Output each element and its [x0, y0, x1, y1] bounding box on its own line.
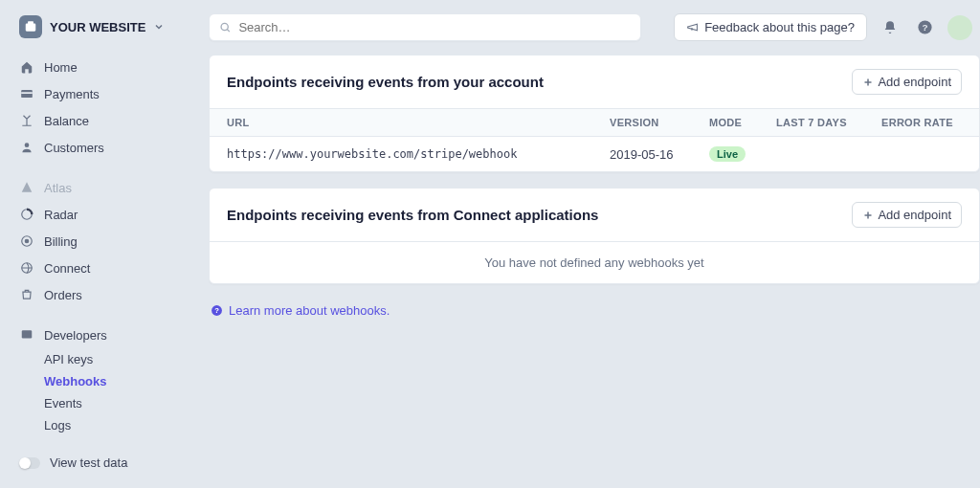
endpoint-url: https://www.yourwebsite.com/stripe/webho…: [227, 147, 610, 161]
svg-point-11: [221, 23, 228, 30]
chevron-down-icon: [153, 21, 165, 33]
nav-radar[interactable]: Radar: [0, 201, 209, 228]
balance-icon: [19, 113, 34, 128]
table-header: URL VERSION MODE LAST 7 DAYS ERROR RATE: [210, 108, 979, 137]
add-endpoint-label: Add endpoint: [878, 208, 951, 222]
endpoint-version: 2019-05-16: [610, 147, 709, 162]
nav-label: Developers: [44, 328, 107, 343]
svg-rect-1: [28, 21, 33, 24]
live-badge: Live: [709, 146, 746, 162]
developers-icon: [19, 327, 34, 343]
nav-label: Home: [44, 60, 78, 75]
brand-icon: [19, 15, 42, 38]
add-endpoint-label: Add endpoint: [878, 75, 951, 89]
nav-label: Orders: [44, 288, 82, 302]
plus-icon: [862, 210, 874, 221]
account-endpoints-title: Endpoints receiving events from your acc…: [227, 74, 544, 90]
nav-webhooks[interactable]: Webhooks: [0, 370, 209, 392]
megaphone-icon: [686, 21, 699, 33]
search-icon: [219, 21, 231, 33]
svg-line-12: [227, 30, 230, 33]
feedback-button[interactable]: Feedback about this page?: [674, 13, 867, 41]
nav-home[interactable]: Home: [0, 54, 209, 80]
orders-icon: [19, 287, 34, 302]
nav-customers[interactable]: Customers: [0, 134, 209, 161]
learn-more-label: Learn more about webhooks.: [229, 303, 390, 318]
notifications-button[interactable]: [879, 16, 902, 39]
add-endpoint-button[interactable]: Add endpoint: [852, 202, 962, 228]
toggle-icon: [19, 457, 40, 469]
nav-label: Radar: [44, 208, 78, 222]
search-input[interactable]: [238, 20, 631, 34]
nav-orders[interactable]: Orders: [0, 281, 209, 308]
col-version: VERSION: [610, 117, 709, 128]
nav-label: Atlas: [44, 181, 72, 195]
nav-label: Connect: [44, 261, 90, 276]
search-box[interactable]: [209, 13, 641, 41]
help-icon: ?: [917, 19, 933, 35]
nav-logs[interactable]: Logs: [0, 414, 209, 436]
atlas-icon: [19, 180, 34, 195]
nav-label: Customers: [44, 141, 104, 155]
toggle-label: View test data: [50, 455, 127, 470]
nav-atlas[interactable]: Atlas: [0, 174, 209, 201]
nav-balance[interactable]: Balance: [0, 107, 209, 134]
connect-endpoints-title: Endpoints receiving events from Connect …: [227, 207, 598, 223]
add-endpoint-button[interactable]: Add endpoint: [852, 69, 962, 95]
table-row[interactable]: https://www.yourwebsite.com/stripe/webho…: [210, 137, 979, 171]
info-icon: ?: [211, 304, 223, 317]
home-icon: [19, 59, 34, 75]
svg-point-7: [25, 239, 29, 243]
nav-connect[interactable]: Connect: [0, 255, 209, 281]
svg-rect-9: [22, 330, 33, 338]
nav-billing[interactable]: Billing: [0, 228, 209, 255]
nav-events[interactable]: Events: [0, 392, 209, 414]
svg-point-4: [25, 143, 30, 147]
view-test-data-toggle[interactable]: View test data: [0, 448, 209, 477]
learn-more-link[interactable]: ? Learn more about webhooks.: [209, 299, 980, 318]
feedback-label: Feedback about this page?: [704, 20, 855, 34]
nav-label: Balance: [44, 114, 89, 128]
connect-endpoints-card: Endpoints receiving events from Connect …: [209, 188, 980, 284]
help-button[interactable]: ?: [913, 16, 936, 39]
col-url: URL: [227, 117, 610, 128]
nav-developers[interactable]: Developers: [0, 322, 209, 348]
nav-payments[interactable]: Payments: [0, 80, 209, 107]
svg-text:?: ?: [214, 306, 219, 315]
billing-icon: [19, 233, 34, 249]
endpoint-mode: Live: [709, 146, 776, 162]
col-error: ERROR RATE: [881, 117, 968, 128]
nav-api-keys[interactable]: API keys: [0, 348, 209, 370]
nav-label: Payments: [44, 87, 100, 101]
card-icon: [19, 86, 34, 101]
account-endpoints-card: Endpoints receiving events from your acc…: [209, 55, 980, 172]
nav-label: Billing: [44, 234, 78, 249]
radar-icon: [19, 207, 34, 222]
brand-name: YOUR WEBSITE: [50, 20, 145, 34]
main-content: Feedback about this page? ? Endpoints re…: [209, 0, 980, 488]
bell-icon: [882, 20, 898, 35]
avatar[interactable]: [947, 15, 972, 40]
connect-icon: [19, 260, 34, 276]
svg-rect-0: [26, 24, 36, 32]
brand-switcher[interactable]: YOUR WEBSITE: [0, 15, 209, 54]
nav-primary: Home Payments Balance Customers Atlas Ra…: [0, 54, 209, 488]
sidebar: YOUR WEBSITE Home Payments Balance Custo…: [0, 0, 209, 488]
customers-icon: [19, 140, 34, 155]
plus-icon: [862, 77, 874, 88]
topbar: Feedback about this page? ?: [209, 13, 980, 55]
col-mode: MODE: [709, 117, 776, 128]
col-last7: LAST 7 DAYS: [776, 117, 881, 128]
svg-rect-3: [21, 92, 33, 94]
empty-state: You have not defined any webhooks yet: [210, 241, 979, 283]
svg-text:?: ?: [922, 22, 927, 33]
